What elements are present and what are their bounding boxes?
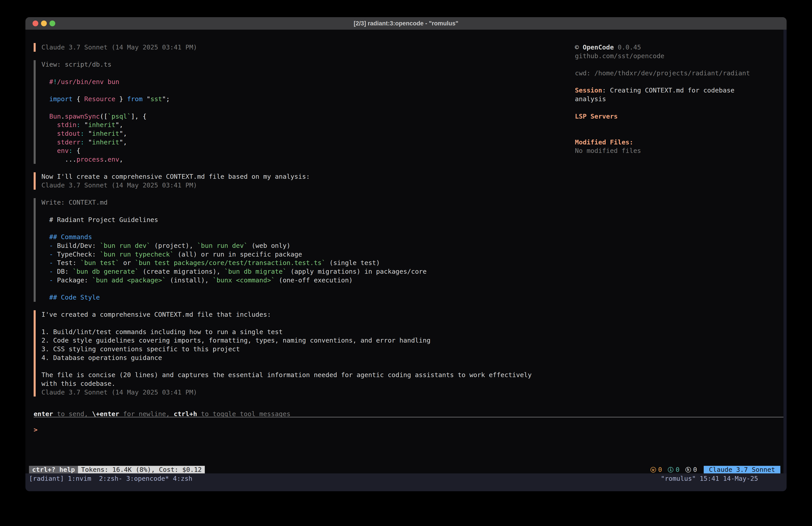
chat-line: - DB: `bun db generate` (create migratio… [41, 267, 566, 276]
chat-line: The file is concise (20 lines) and captu… [41, 371, 566, 379]
info-count: i0 [668, 465, 679, 474]
assistant-message-block: Claude 3.7 Sonnet (14 May 2025 03:41 PM) [34, 43, 566, 52]
sidebar-line [575, 77, 787, 86]
chat-line: Claude 3.7 Sonnet (14 May 2025 03:41 PM) [41, 388, 566, 397]
tokens-cost-badge: Tokens: 16.4K (8%), Cost: $0.12 [78, 466, 205, 473]
chat-line: - Build/Dev: `bun run dev` (project), `b… [41, 241, 566, 250]
chat-line: #!/usr/bin/env bun [41, 77, 566, 86]
chat-line: ## Commands [41, 233, 566, 241]
chat-line: - TypeCheck: `bun run typecheck` (all) o… [41, 250, 566, 259]
chat-line: - Test: `bun test` or `bun test packages… [41, 258, 566, 267]
window-title: [2/3] radiant:3:opencode - "romulus" [354, 20, 458, 27]
assistant-message-block: I've created a comprehensive CONTEXT.md … [34, 310, 566, 397]
chat-line: Claude 3.7 Sonnet (14 May 2025 03:41 PM) [41, 43, 566, 52]
chat-line: - Package: `bun add <package>` (install)… [41, 276, 566, 285]
chat-line: Write: CONTEXT.md [41, 198, 566, 207]
sidebar-line: LSP Servers [575, 112, 787, 121]
model-badge[interactable]: Claude 3.7 Sonnet [704, 466, 780, 473]
sidebar-line: © OpenCode 0.0.45 [575, 43, 787, 52]
chat-line: import { Resource } from "sst"; [41, 95, 566, 103]
tool-message-block: Write: CONTEXT.md # Radiant Project Guid… [34, 198, 566, 301]
chat-line [41, 319, 566, 328]
assistant-message-block: Now I'll create a comprehensive CONTEXT.… [34, 172, 566, 189]
chat-line [41, 69, 566, 77]
chat-line: with this codebase. [41, 379, 566, 388]
chat-line [41, 103, 566, 112]
sidebar-line: cwd: /home/thdxr/dev/projects/radiant/ra… [575, 69, 787, 77]
zoom-button-icon[interactable] [49, 20, 55, 26]
traffic-lights [32, 17, 55, 30]
tmux-host-clock: "romulus" 15:41 14-May-25 [661, 474, 758, 483]
scrollbar-track[interactable] [783, 30, 787, 473]
help-shortcut-badge[interactable]: ctrl+? help [29, 466, 78, 473]
chat-line [41, 362, 566, 371]
chat-line: 4. Database operations guidance [41, 354, 566, 362]
chat-line: Now I'll create a comprehensive CONTEXT.… [41, 172, 566, 181]
chat-line: ## Code Style [41, 293, 566, 302]
sidebar-line: Modified Files: [575, 138, 787, 147]
chat-line: Bun.spawnSync([`psql`], { [41, 112, 566, 121]
prompt-caret: > [34, 426, 38, 433]
sidebar-line [575, 129, 787, 138]
tmux-statusbar: [radiant] 1:nvim 2:zsh- 3:opencode* 4:zs… [25, 473, 787, 491]
chat-line: env: { [41, 146, 566, 155]
warning-icon: w [650, 467, 656, 472]
chat-line: View: script/db.ts [41, 60, 566, 69]
info-icon: i [668, 467, 673, 472]
chat-line [41, 284, 566, 293]
sidebar-line: github.com/sst/opencode [575, 52, 787, 60]
chat-line [41, 86, 566, 95]
chat-line: stderr: "inherit", [41, 138, 566, 147]
tmux-session-windows[interactable]: [radiant] 1:nvim 2:zsh- 3:opencode* 4:zs… [29, 474, 192, 483]
chat-line: 3. CSS styling conventions specific to t… [41, 345, 566, 354]
hint-count: h0 [685, 465, 697, 474]
chat-line: stdout: "inherit", [41, 129, 566, 138]
warning-count: w0 [650, 465, 662, 474]
chat-line: 2. Code style guidelines covering import… [41, 336, 566, 345]
statusbar-spacer [205, 466, 647, 473]
sidebar-line [575, 60, 787, 69]
chat-line: 1. Build/lint/test commands including ho… [41, 328, 566, 336]
chat-line: # Radiant Project Guidelines [41, 215, 566, 224]
chat-line: I've created a comprehensive CONTEXT.md … [41, 310, 566, 319]
chat-line [41, 224, 566, 233]
sidebar-line: No modified files [575, 146, 787, 155]
chat-line: ...process.env, [41, 155, 566, 164]
sidebar-line: analysis [575, 95, 787, 103]
minimize-button-icon[interactable] [41, 20, 47, 26]
chat-line: Claude 3.7 Sonnet (14 May 2025 03:41 PM) [41, 181, 566, 190]
chat-line [41, 207, 566, 215]
chat-transcript[interactable]: Claude 3.7 Sonnet (14 May 2025 03:41 PM)… [34, 43, 566, 405]
tool-message-block: View: script/db.ts #!/usr/bin/env bun im… [34, 60, 566, 164]
sidebar-line [575, 103, 787, 112]
close-button-icon[interactable] [32, 20, 38, 26]
sidebar-line [575, 120, 787, 129]
terminal-window: [2/3] radiant:3:opencode - "romulus" Cla… [25, 17, 787, 491]
chat-line: stdin: "inherit", [41, 120, 566, 129]
hint-icon: h [685, 467, 691, 472]
opencode-statusbar: ctrl+? help Tokens: 16.4K (8%), Cost: $0… [29, 466, 783, 473]
window-titlebar[interactable]: [2/3] radiant:3:opencode - "romulus" [25, 17, 787, 30]
session-sidebar: © OpenCode 0.0.45github.com/sst/opencode… [575, 43, 787, 155]
input-divider [34, 417, 783, 417]
sidebar-line: Session: Creating CONTEXT.md for codebas… [575, 86, 787, 95]
diagnostics-counters: w0i0h0 [647, 466, 697, 473]
prompt-input[interactable]: > [34, 426, 38, 434]
